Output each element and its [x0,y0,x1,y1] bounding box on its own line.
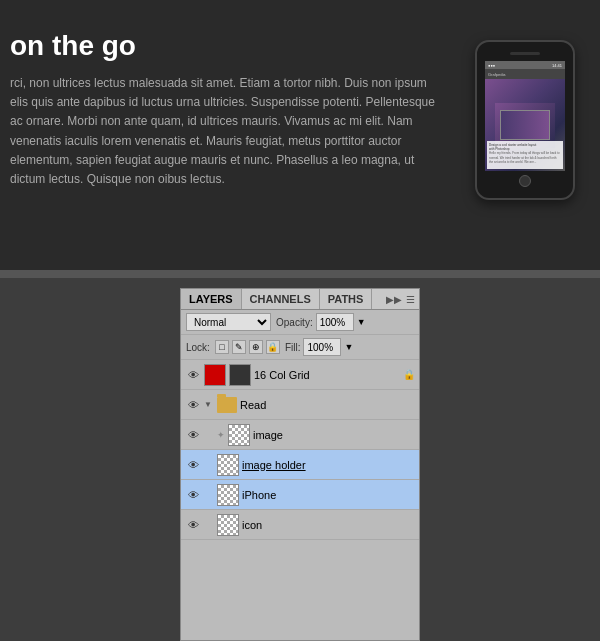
layer-mask-thumbnail [229,364,251,386]
layer-thumbnail-icon [217,514,239,536]
layer-link-icon: ✦ [217,430,225,440]
layer-name-iphone: iPhone [242,489,415,501]
panel-tab-icons: ▶▶ ☰ [382,294,419,305]
screen-status-bar: ●●● 14:41 [485,61,565,69]
screen-overlay: Design a cool starter website layoutwith… [487,141,563,169]
layer-name-image: image [253,429,415,441]
opacity-dropdown-arrow[interactable]: ▼ [357,317,366,327]
panel-menu-icon[interactable]: ☰ [406,294,415,305]
lock-all-icon[interactable]: 🔒 [266,340,280,354]
layer-row-image-holder[interactable]: 👁 image holder [181,450,419,480]
fill-label: Fill: [285,342,301,353]
lock-row: Lock: □ ✎ ⊕ 🔒 Fill: ▼ [181,335,419,360]
iphone-device: ●●● 14:41 Grafpedia Design a cool starte… [475,40,575,200]
top-section: on the go rci, non ultrices lectus males… [0,0,600,270]
lock-icons: □ ✎ ⊕ 🔒 [215,340,280,354]
lock-label: Lock: [186,342,210,353]
iphone-preview: ●●● 14:41 Grafpedia Design a cool starte… [470,30,580,250]
blend-mode-row: Normal Opacity: ▼ [181,310,419,335]
tab-paths[interactable]: PATHS [320,289,373,309]
layer-row-16col[interactable]: 👁 16 Col Grid 🔒 [181,360,419,390]
layer-lock-indicator: 🔒 [403,369,415,380]
layer-name-16col: 16 Col Grid [254,369,400,381]
iphone-speaker [510,52,540,55]
top-text-area: on the go rci, non ultrices lectus males… [10,30,450,250]
fill-input[interactable] [303,338,341,356]
page-title: on the go [10,30,440,62]
layer-row-image[interactable]: 👁 ✦ image [181,420,419,450]
layer-row-icon[interactable]: 👁 icon [181,510,419,540]
screen-header: Grafpedia [485,69,565,79]
layer-name-image-holder: image holder [242,459,415,471]
opacity-input[interactable] [316,313,354,331]
lock-move-icon[interactable]: ✎ [232,340,246,354]
fill-dropdown-arrow[interactable]: ▼ [344,342,353,352]
layer-row-iphone[interactable]: 👁 iPhone [181,480,419,510]
layer-name-read: Read [240,399,415,411]
tab-layers[interactable]: LAYERS [181,289,242,309]
layer-visibility-icon[interactable]: 👁 [185,397,201,413]
blend-mode-select[interactable]: Normal [186,313,271,331]
group-expand-arrow[interactable]: ▼ [204,400,214,409]
panel-tabs: LAYERS CHANNELS PATHS ▶▶ ☰ [181,289,419,310]
section-divider [0,270,600,278]
layer-thumbnail-red [204,364,226,386]
page-body: rci, non ultrices lectus malesuada sit a… [10,74,440,189]
iphone-home-button[interactable] [519,175,531,187]
layer-name-icon: icon [242,519,415,531]
layer-thumbnail-iphone [217,484,239,506]
layer-row-read[interactable]: 👁 ▼ Read [181,390,419,420]
layer-visibility-icon[interactable]: 👁 [185,487,201,503]
iphone-screen: ●●● 14:41 Grafpedia Design a cool starte… [485,61,565,171]
layer-visibility-icon[interactable]: 👁 [185,457,201,473]
layer-visibility-icon[interactable]: 👁 [185,367,201,383]
panel-expand-icon[interactable]: ▶▶ [386,294,402,305]
screen-image-area: Design a cool starter website layoutwith… [485,79,565,171]
bottom-section: LAYERS CHANNELS PATHS ▶▶ ☰ Normal Opacit… [0,278,600,641]
opacity-row: Opacity: ▼ [276,313,366,331]
fill-row: Fill: ▼ [285,338,353,356]
layer-folder-icon [217,397,237,413]
layers-panel: LAYERS CHANNELS PATHS ▶▶ ☰ Normal Opacit… [180,288,420,641]
layer-visibility-icon[interactable]: 👁 [185,427,201,443]
lock-position-icon[interactable]: ⊕ [249,340,263,354]
lock-pixel-icon[interactable]: □ [215,340,229,354]
opacity-label: Opacity: [276,317,313,328]
layer-thumbnail-checker [228,424,250,446]
layer-thumbnail-checker [217,454,239,476]
layer-visibility-icon[interactable]: 👁 [185,517,201,533]
tab-channels[interactable]: CHANNELS [242,289,320,309]
